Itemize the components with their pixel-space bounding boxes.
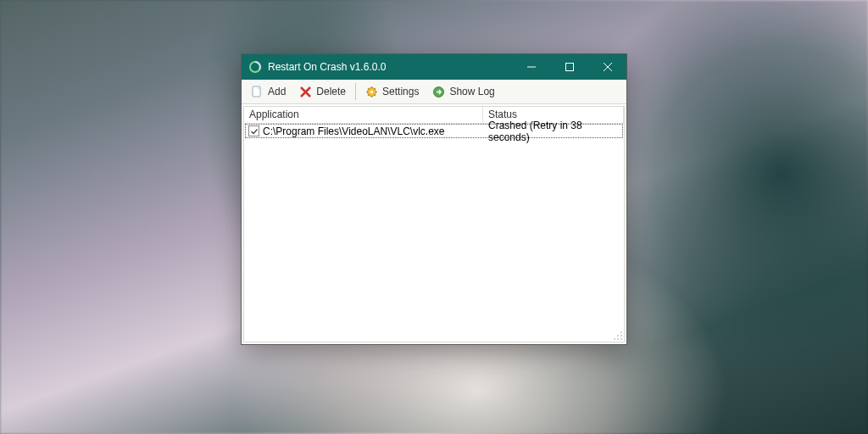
row-application-cell: C:\Program Files\VideoLAN\VLC\vlc.exe bbox=[246, 125, 483, 137]
row-checkbox[interactable] bbox=[248, 125, 259, 136]
svg-point-15 bbox=[617, 338, 619, 340]
svg-point-14 bbox=[614, 338, 615, 340]
window-controls bbox=[512, 54, 626, 80]
add-icon bbox=[251, 86, 264, 98]
table-row[interactable]: C:\Program Files\VideoLAN\VLC\vlc.exe Cr… bbox=[245, 124, 623, 138]
delete-label: Delete bbox=[316, 86, 346, 97]
svg-point-9 bbox=[370, 91, 373, 93]
toolbar-separator bbox=[355, 83, 356, 100]
app-window: Restart On Crash v1.6.0.0 Add Delete bbox=[241, 53, 627, 345]
log-icon bbox=[432, 86, 445, 98]
settings-label: Settings bbox=[382, 86, 419, 97]
showlog-label: Show Log bbox=[449, 86, 494, 97]
toolbar: Add Delete Settings Show Log bbox=[242, 80, 626, 104]
svg-point-11 bbox=[620, 331, 622, 333]
resize-grip[interactable] bbox=[611, 329, 623, 341]
app-icon bbox=[248, 60, 262, 74]
settings-icon bbox=[365, 86, 378, 98]
svg-rect-2 bbox=[565, 64, 573, 71]
minimize-button[interactable] bbox=[512, 54, 550, 80]
svg-point-12 bbox=[617, 335, 619, 337]
showlog-button[interactable]: Show Log bbox=[426, 81, 501, 102]
delete-icon bbox=[299, 86, 312, 98]
settings-button[interactable]: Settings bbox=[359, 81, 426, 102]
svg-point-16 bbox=[620, 338, 622, 340]
titlebar[interactable]: Restart On Crash v1.6.0.0 bbox=[242, 54, 626, 80]
close-button[interactable] bbox=[588, 54, 626, 80]
delete-button[interactable]: Delete bbox=[292, 81, 353, 102]
row-application-path: C:\Program Files\VideoLAN\VLC\vlc.exe bbox=[263, 125, 445, 137]
add-label: Add bbox=[268, 86, 286, 97]
maximize-button[interactable] bbox=[550, 54, 588, 80]
add-button[interactable]: Add bbox=[244, 81, 292, 102]
window-title: Restart On Crash v1.6.0.0 bbox=[268, 61, 512, 73]
svg-point-13 bbox=[620, 335, 622, 337]
column-header-application[interactable]: Application bbox=[244, 107, 483, 124]
row-status-cell: Crashed (Retry in 38 seconds) bbox=[483, 120, 622, 143]
application-list: Application Status C:\Program Files\Vide… bbox=[243, 106, 625, 342]
